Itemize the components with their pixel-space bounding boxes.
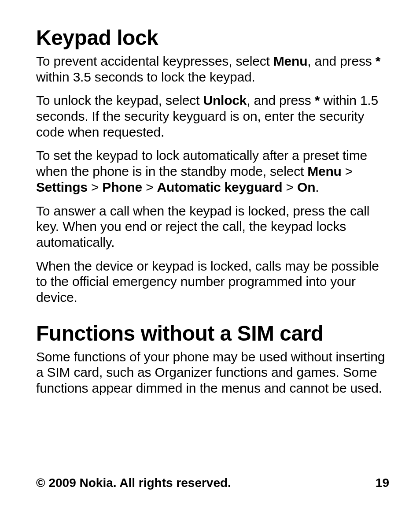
bold-text: * xyxy=(315,93,320,108)
bold-text: * xyxy=(376,54,380,68)
bold-text: Settings xyxy=(36,180,88,194)
paragraph: To prevent accidental keypresses, select… xyxy=(36,53,389,85)
body-text: . xyxy=(315,180,319,194)
paragraph: To set the keypad to lock automatically … xyxy=(36,148,389,195)
bold-text: On xyxy=(297,180,315,194)
copyright-text: © 2009 Nokia. All rights reserved. xyxy=(36,476,231,490)
bold-text: Automatic keyguard xyxy=(157,180,283,194)
paragraph: Some functions of your phone may be used… xyxy=(36,349,389,396)
body-text: To prevent accidental keypresses, select xyxy=(36,54,273,68)
heading-keypad-lock: Keypad lock xyxy=(36,26,389,50)
body-text: > xyxy=(282,180,297,194)
body-text: within 3.5 seconds to lock the keypad. xyxy=(36,70,255,84)
bold-text: Menu xyxy=(273,54,308,68)
heading-functions-without-sim: Functions without a SIM card xyxy=(36,321,389,345)
body-text: , and press xyxy=(307,54,375,68)
body-text: To unlock the keypad, select xyxy=(36,93,203,108)
paragraph: To answer a call when the keypad is lock… xyxy=(36,203,389,250)
bold-text: Unlock xyxy=(203,93,247,108)
body-text: > xyxy=(142,180,157,194)
paragraph: When the device or keypad is locked, cal… xyxy=(36,258,389,305)
body-text: > xyxy=(88,180,103,194)
page-footer: © 2009 Nokia. All rights reserved. 19 xyxy=(36,476,389,490)
manual-page: Keypad lock To prevent accidental keypre… xyxy=(0,0,420,520)
body-text: > xyxy=(342,164,353,178)
paragraph: To unlock the keypad, select Unlock, and… xyxy=(36,93,389,140)
body-text: , and press xyxy=(247,93,314,108)
bold-text: Phone xyxy=(102,180,142,194)
bold-text: Menu xyxy=(307,164,342,178)
page-number: 19 xyxy=(376,476,389,490)
